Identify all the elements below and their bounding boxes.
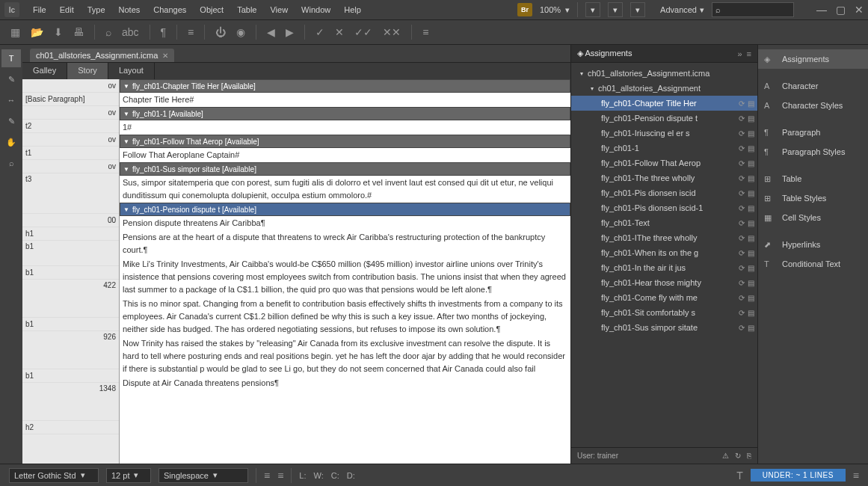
tab-galley[interactable]: Galley bbox=[22, 63, 67, 79]
story-text[interactable]: Chapter Title Here# bbox=[120, 93, 570, 107]
menu-table[interactable]: Table bbox=[231, 2, 262, 17]
bridge-icon[interactable]: Br bbox=[517, 3, 532, 16]
accept-icon[interactable]: ✓ bbox=[316, 26, 324, 38]
tree-root[interactable]: ▾ch01_allstories_Assignment.icma bbox=[571, 66, 757, 81]
tree-item[interactable]: fly_ch01-Follow That Aerop⟳▤ bbox=[571, 156, 757, 170]
tree-item[interactable]: fly_ch01-1⟳▤ bbox=[571, 141, 757, 156]
leading-dropdown[interactable]: Singlespace▾ bbox=[158, 468, 248, 483]
accept-all-icon[interactable]: ✓✓ bbox=[354, 26, 372, 38]
save-icon[interactable]: ⬇ bbox=[54, 26, 63, 38]
reject-icon[interactable]: ✕ bbox=[335, 26, 344, 38]
more-icon[interactable]: ≡ bbox=[188, 26, 194, 38]
tree-item[interactable]: fly_ch01-Text⟳▤ bbox=[571, 215, 757, 230]
collapse-panel-icon[interactable]: » bbox=[737, 49, 742, 58]
story-header[interactable]: ▼fly_ch01-1 [Available] bbox=[120, 107, 570, 120]
align-center-icon[interactable]: ≡ bbox=[277, 470, 283, 482]
menu-window[interactable]: Window bbox=[295, 2, 336, 17]
story-header[interactable]: ▼fly_ch01-Chapter Title Her [Available] bbox=[120, 79, 570, 93]
zoom-tool-icon[interactable]: ⌕ bbox=[1, 154, 21, 172]
collapse-icon[interactable]: ▼ bbox=[123, 111, 129, 117]
text-measure-icon[interactable]: T bbox=[736, 470, 743, 482]
story-text[interactable]: Dispute at Air Canada threatens pensions… bbox=[120, 376, 570, 390]
position-tool-icon[interactable]: ↔ bbox=[1, 91, 21, 109]
panel-menu-icon[interactable]: ≡ bbox=[747, 49, 751, 58]
preview-icon[interactable]: ◉ bbox=[236, 26, 245, 38]
story-text[interactable]: 1# bbox=[120, 120, 570, 135]
menu-file[interactable]: File bbox=[27, 2, 52, 17]
story-text[interactable]: Follow That Aeroplane Captain# bbox=[120, 148, 570, 162]
menu-help[interactable]: Help bbox=[338, 2, 367, 17]
tab-layout[interactable]: Layout bbox=[108, 63, 155, 79]
tree-item[interactable]: fly_ch01-Pis dionsen iscid-1⟳▤ bbox=[571, 200, 757, 215]
next-change-icon[interactable]: ▶ bbox=[286, 26, 294, 38]
tree-item[interactable]: fly_ch01-Hear those mighty⟳▤ bbox=[571, 275, 757, 290]
menu-view[interactable]: View bbox=[264, 2, 294, 17]
panel-shortcut-conditional-text[interactable]: TConditional Text bbox=[758, 254, 868, 274]
panel-shortcut-cell-styles[interactable]: ▦Cell Styles bbox=[758, 208, 868, 227]
note-tool-icon[interactable]: ✎ bbox=[1, 70, 21, 88]
warning-icon[interactable]: ⚠ bbox=[722, 452, 729, 460]
tree-item[interactable]: fly_ch01-Pension dispute t⟳▤ bbox=[571, 111, 757, 126]
print-icon[interactable]: 🖶 bbox=[73, 26, 84, 38]
story-text[interactable]: Now Trinity has raised the stakes by "re… bbox=[120, 336, 570, 376]
story-text[interactable]: Sus, simpor sitatemperia que con porest,… bbox=[120, 176, 570, 203]
prev-change-icon[interactable]: ◀ bbox=[267, 26, 275, 38]
tree-item[interactable]: fly_ch01-Sit comfortably s⟳▤ bbox=[571, 305, 757, 320]
refresh-icon[interactable]: ↻ bbox=[735, 452, 741, 460]
story-header[interactable]: ▼fly_ch01-Follow That Aerop [Available] bbox=[120, 135, 570, 148]
tree-item[interactable]: fly_ch01-IThe three wholly⟳▤ bbox=[571, 230, 757, 245]
font-dropdown[interactable]: Letter Gothic Std▾ bbox=[9, 468, 99, 483]
document-tab[interactable]: ch01_allstories_Assignment.icma ✕ bbox=[30, 49, 174, 62]
open-icon[interactable]: 📂 bbox=[31, 26, 43, 38]
collapse-icon[interactable]: ▼ bbox=[123, 138, 129, 145]
close-tab-icon[interactable]: ✕ bbox=[162, 52, 168, 60]
tree-item[interactable]: fly_ch01-Pis dionsen iscid⟳▤ bbox=[571, 185, 757, 200]
tree-item[interactable]: fly_ch01-Iriuscing el er s⟳▤ bbox=[571, 126, 757, 141]
eyedropper-icon[interactable]: ✎ bbox=[1, 112, 21, 130]
align-left-icon[interactable]: ≡ bbox=[264, 470, 270, 482]
story-header[interactable]: ▼fly_ch01-Sus simpor sitate [Available] bbox=[120, 162, 570, 176]
panel-shortcut-paragraph-styles[interactable]: ¶Paragraph Styles bbox=[758, 142, 868, 162]
workspace-dropdown[interactable]: Advanced▾ bbox=[660, 5, 704, 15]
close-icon[interactable]: ✕ bbox=[855, 4, 864, 16]
tree-item[interactable]: fly_ch01-Chapter Title Her⟳▤ bbox=[571, 96, 757, 111]
spellcheck-icon[interactable]: abc bbox=[122, 26, 139, 38]
panel-shortcut-character-styles[interactable]: ACharacter Styles bbox=[758, 96, 868, 115]
panel-shortcut-table-styles[interactable]: ⊞Table Styles bbox=[758, 188, 868, 208]
menu-notes[interactable]: Notes bbox=[113, 2, 147, 17]
power-icon[interactable]: ⏻ bbox=[215, 26, 226, 38]
panel-shortcut-character[interactable]: ACharacter bbox=[758, 76, 868, 96]
maximize-icon[interactable]: ▢ bbox=[836, 4, 846, 16]
menu-type[interactable]: Type bbox=[81, 2, 111, 17]
hand-tool-icon[interactable]: ✋ bbox=[1, 133, 21, 151]
find-icon[interactable]: ⌕ bbox=[105, 26, 111, 38]
checkout-icon[interactable]: ⎘ bbox=[747, 452, 751, 460]
tab-story[interactable]: Story bbox=[67, 63, 108, 79]
type-tool-icon[interactable]: T bbox=[1, 49, 21, 67]
view-options-icon[interactable]: ▾ bbox=[585, 2, 600, 17]
tree-item[interactable]: fly_ch01-Sus simpor sitate⟳▤ bbox=[571, 320, 757, 335]
size-dropdown[interactable]: 12 pt▾ bbox=[106, 468, 151, 483]
tree-group[interactable]: ▾ch01_allstories_Assignment bbox=[571, 81, 757, 96]
panel-shortcut-paragraph[interactable]: ¶Paragraph bbox=[758, 123, 868, 142]
story-text[interactable]: Pensions are at the heart of a dispute t… bbox=[120, 230, 570, 257]
menu-edit[interactable]: Edit bbox=[54, 2, 80, 17]
story-text[interactable]: This is no minor spat. Changing from a b… bbox=[120, 297, 570, 336]
tree-item[interactable]: fly_ch01-When its on the g⟳▤ bbox=[571, 245, 757, 260]
tree-item[interactable]: fly_ch01-The three wholly⟳▤ bbox=[571, 170, 757, 185]
story-header[interactable]: ▼fly_ch01-Pension dispute t [Available] bbox=[120, 203, 570, 216]
reject-all-icon[interactable]: ✕✕ bbox=[383, 26, 401, 38]
menu-object[interactable]: Object bbox=[194, 2, 230, 17]
tree-item[interactable]: fly_ch01-In the air it jus⟳▤ bbox=[571, 260, 757, 275]
collapse-icon[interactable]: ▼ bbox=[123, 166, 129, 173]
story-text[interactable]: Pension dispute threatens Air Caribba¶ bbox=[120, 216, 570, 230]
story-column[interactable]: ▼fly_ch01-Chapter Title Her [Available] … bbox=[120, 79, 570, 464]
overflow-icon[interactable]: ≡ bbox=[422, 26, 428, 38]
panel-shortcut-table[interactable]: ⊞Table bbox=[758, 169, 868, 188]
new-icon[interactable]: ▦ bbox=[10, 26, 20, 38]
copyfit-menu-icon[interactable]: ≡ bbox=[853, 470, 859, 482]
story-text[interactable]: Mike Li's Trinity Investments, Air Caibb… bbox=[120, 257, 570, 297]
collapse-icon[interactable]: ▼ bbox=[123, 206, 129, 213]
arrange-icon[interactable]: ▾ bbox=[630, 2, 645, 17]
panel-shortcut-hyperlinks[interactable]: ⬈Hyperlinks bbox=[758, 235, 868, 254]
